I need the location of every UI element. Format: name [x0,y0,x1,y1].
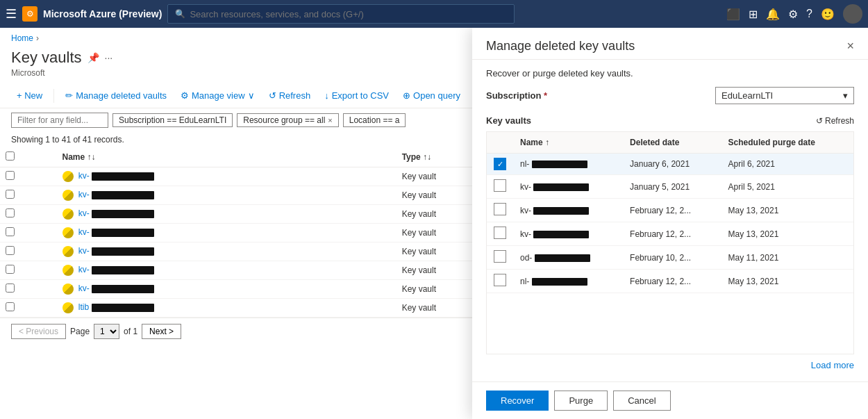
subscription-dropdown[interactable]: EduLearnLTI ▾ [715,87,854,104]
row-checkbox-3[interactable] [6,227,15,236]
manage-view-button[interactable]: ⚙ Manage view ∨ [175,88,260,104]
modal-row-purge-date: May 13, 2021 [721,199,853,222]
modal-table-row: kv- January 5, 2021 April 5, 2021 [487,175,853,199]
row-checkbox-5[interactable] [6,265,15,274]
modal-row-purge-date: May 11, 2021 [721,246,853,270]
row-name-redacted [92,247,154,256]
modal-row-name: nl- [520,277,529,286]
purge-button[interactable]: Purge [554,391,608,411]
row-checkbox-cell[interactable] [0,261,57,280]
next-page-button[interactable]: Next > [142,324,181,339]
col-header-name[interactable]: Name ↑↓ [57,147,397,167]
deleted-vaults-table: Name ↑ Deleted date Scheduled purge date [487,132,853,293]
smiley-icon[interactable]: 🙂 [821,8,835,21]
modal-subtitle: Recover or purge deleted key vaults. [486,68,854,79]
row-name-redacted [92,266,154,274]
modal-row-name-cell: kv- [513,222,623,246]
hamburger-menu[interactable]: ☰ [6,6,17,22]
modal-col-purge-date[interactable]: Scheduled purge date [721,132,853,154]
page-label: Page [70,327,90,336]
modal-row-checkbox-2[interactable] [494,203,506,215]
modal-row-checkbox-cell[interactable] [487,246,513,270]
manage-deleted-vaults-button[interactable]: ✏ Manage deleted vaults [60,88,172,104]
search-input[interactable] [190,9,507,19]
row-checkbox-2[interactable] [6,208,15,217]
modal-header: Manage deleted key vaults × [472,28,868,60]
row-checkbox-6[interactable] [6,284,15,293]
kv-icon [62,302,74,313]
kv-icon [62,265,74,276]
more-icon[interactable]: ··· [105,52,113,63]
terminal-icon[interactable]: ⬛ [726,8,740,21]
pin-icon[interactable]: 📌 [87,52,99,63]
modal-row-checkbox-cell[interactable] [487,199,513,222]
modal-row-checkbox-5[interactable] [494,274,506,286]
modal-row-name: kv- [520,182,531,192]
modal-col-deleted-date[interactable]: Deleted date [623,132,721,154]
previous-page-button[interactable]: < Previous [11,324,66,339]
help-icon[interactable]: ? [806,8,812,20]
row-name-cell: kv- [57,186,397,205]
modal-col-name[interactable]: Name ↑ [513,132,623,154]
modal-table-row: kv- February 12, 2... May 13, 2021 [487,222,853,246]
query-icon: ⊕ [403,90,410,101]
row-checkbox-cell[interactable] [0,280,57,299]
brand-label: Microsoft Azure (Preview) [43,8,162,19]
modal-row-checkbox-cell[interactable] [487,270,513,293]
modal-row-purge-date: April 5, 2021 [721,175,853,199]
select-all-checkbox[interactable] [6,151,15,161]
search-bar[interactable]: 🔍 [167,4,515,24]
open-query-button[interactable]: ⊕ Open query [397,88,466,104]
portal-icon[interactable]: ⊞ [749,8,758,21]
filter-input[interactable] [11,113,108,128]
load-more-button[interactable]: Load more [811,360,854,370]
modal-refresh-button[interactable]: ↺ Refresh [816,116,854,126]
top-nav: ☰ ⚙ Microsoft Azure (Preview) 🔍 ⬛ ⊞ 🔔 ⚙ … [0,0,868,28]
modal-table-row: ✓ nl- January 6, 2021 April 6, 2021 [487,154,853,175]
settings-icon[interactable]: ⚙ [788,8,798,21]
row-checkbox-cell[interactable] [0,186,57,205]
row-checkbox-1[interactable] [6,190,15,199]
breadcrumb-home[interactable]: Home [11,33,33,43]
modal-row-checkbox-cell[interactable]: ✓ [487,154,513,175]
manage-deleted-icon: ✏ [65,90,73,101]
bell-icon[interactable]: 🔔 [766,8,780,21]
row-name-redacted [92,285,154,293]
row-checkbox-7[interactable] [6,302,15,311]
row-name-cell: kv- [57,261,397,280]
modal-title: Manage deleted key vaults [486,39,635,54]
row-checkbox-cell[interactable] [0,167,57,186]
new-button[interactable]: + New [11,88,48,104]
modal-row-purge-date: May 13, 2021 [721,270,853,293]
row-checkbox-cell[interactable] [0,224,57,243]
modal-row-name-redacted [532,161,587,168]
filter-tag-resource-group: Resource group == all × [237,113,339,127]
row-name-redacted [92,172,154,181]
page-select[interactable]: 1 [94,324,119,339]
user-avatar[interactable] [843,4,862,24]
row-checkbox-4[interactable] [6,246,15,255]
row-checkbox-cell[interactable] [0,299,57,318]
export-csv-button[interactable]: ↓ Export to CSV [319,88,394,104]
modal-row-checkbox-1[interactable] [494,179,506,192]
kv-section-title: Key vaults [486,115,531,126]
modal-close-button[interactable]: × [846,39,854,54]
modal-row-name: nl- [520,159,529,169]
modal-row-checkbox-4[interactable] [494,250,506,263]
refresh-button[interactable]: ↺ Refresh [263,88,317,104]
row-checkbox-cell[interactable] [0,243,57,261]
cancel-button[interactable]: Cancel [613,391,670,411]
row-name: kv- [78,208,90,218]
kv-icon [62,284,74,295]
modal-row-deleted-date: February 12, 2... [623,222,721,246]
modal-row-checkbox-0[interactable]: ✓ [494,158,506,170]
row-checkbox-cell[interactable] [0,205,57,224]
modal-row-checkbox-3[interactable] [494,227,506,239]
modal-table-header-row: Name ↑ Deleted date Scheduled purge date [487,132,853,154]
recover-button[interactable]: Recover [486,391,549,411]
modal-row-checkbox-cell[interactable] [487,222,513,246]
filter-remove-rg[interactable]: × [328,116,332,124]
chevron-down-icon: ∨ [248,90,255,101]
modal-row-checkbox-cell[interactable] [487,175,513,199]
row-checkbox-0[interactable] [6,171,15,180]
